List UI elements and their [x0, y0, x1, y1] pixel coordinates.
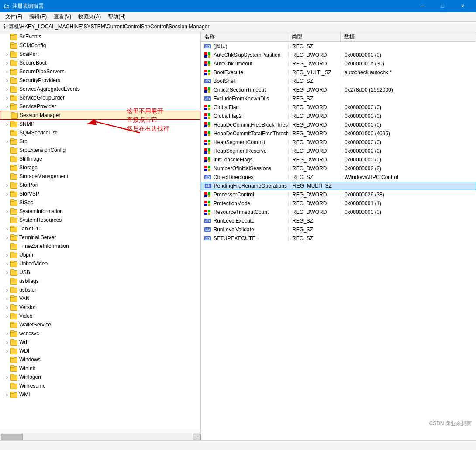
tree-item-scsiport[interactable]: ScsiPort	[0, 50, 200, 58]
value-row-default[interactable]: ab(默认)REG_SZ	[201, 42, 476, 51]
tree-item-serviceprovider[interactable]: ServiceProvider	[0, 102, 200, 111]
tree-item-stillimage[interactable]: StillImage	[0, 155, 200, 163]
value-row-autochkskip[interactable]: AutoChkSkipSystemPartitionREG_DWORD0x000…	[201, 51, 476, 59]
value-name-cell: ResourceTimeoutCount	[201, 209, 288, 215]
value-name-cell: GlobalFlag	[201, 104, 288, 110]
minimize-button[interactable]: —	[412, 0, 432, 12]
menu-edit[interactable]: 编辑(E)	[26, 12, 50, 21]
value-row-numberofinitial[interactable]: NumberOfInitialSessionsREG_DWORD0x000000…	[201, 164, 476, 173]
tree-label: ServiceAggregatedEvents	[19, 86, 80, 92]
value-row-initconsoleflags[interactable]: InitConsoleFlagsREG_DWORD0x00000000 (0)	[201, 155, 476, 164]
tree-item-sessionmanager[interactable]: Session Manager	[0, 111, 200, 120]
value-type-cell: REG_DWORD	[288, 139, 341, 145]
value-row-autochktimeout[interactable]: AutoChkTimeoutREG_DWORD0x0000001e (30)	[201, 59, 476, 68]
tree-item-winlogon[interactable]: Winlogon	[0, 373, 200, 381]
menu-help[interactable]: 帮助(H)	[104, 12, 129, 21]
tree-item-securepipeservers[interactable]: SecurePipeServers	[0, 67, 200, 76]
value-row-excludeknowndlls[interactable]: abExcludeFromKnownDllsREG_SZ	[201, 94, 476, 103]
dword-icon	[204, 140, 210, 145]
tree-item-van[interactable]: VAN	[0, 294, 200, 303]
app-icon: 🗂	[3, 3, 10, 10]
tree-label: SystemResources	[19, 217, 62, 223]
tree-item-wininit[interactable]: WinInit	[0, 364, 200, 373]
menu-file[interactable]: 文件(F)	[2, 12, 26, 21]
value-row-setupexecute[interactable]: abSETUPEXECUTEREG_SZ	[201, 234, 476, 243]
tree-item-tabletpc[interactable]: TabletPC	[0, 224, 200, 233]
tree-label: SecurePipeServers	[19, 69, 64, 75]
tree-item-wdi[interactable]: WDI	[0, 347, 200, 355]
value-row-heapsegmentreserve[interactable]: HeapSegmentReserveREG_DWORD0x00000000 (0…	[201, 147, 476, 155]
tree-item-securityproviders[interactable]: SecurityProviders	[0, 76, 200, 85]
tree-item-timezoneinformation[interactable]: TimeZoneInformation	[0, 242, 200, 251]
tree-item-video[interactable]: Video	[0, 312, 200, 320]
value-row-pendingfilerename[interactable]: abPendingFileRenameOperationsREG_MULTI_S…	[201, 182, 476, 190]
value-row-runlevelvalidate[interactable]: abRunLevelValidateREG_SZ	[201, 225, 476, 234]
values-scroll[interactable]: ab(默认)REG_SZAutoChkSkipSystemPartitionRE…	[201, 42, 476, 440]
tree-item-systeminformation[interactable]: SystemInformation	[0, 207, 200, 216]
value-row-bootexecute[interactable]: BootExecuteREG_MULTI_SZautocheck autochk…	[201, 68, 476, 77]
value-row-processorcontrol[interactable]: ProcessorControlREG_DWORD0x00000026 (38)	[201, 190, 476, 199]
expand-icon	[3, 182, 10, 189]
tree-item-scevents[interactable]: ScEvents	[0, 32, 200, 41]
tree-item-wmi[interactable]: WMI	[0, 390, 200, 399]
tree-item-ubpm[interactable]: Ubpm	[0, 251, 200, 259]
value-row-protectionmode[interactable]: ProtectionModeREG_DWORD0x00000001 (1)	[201, 199, 476, 208]
tree-item-sqmservicelist[interactable]: SQMServiceList	[0, 128, 200, 137]
maximize-button[interactable]: □	[432, 0, 452, 12]
tree-item-usbstor[interactable]: usbstor	[0, 285, 200, 294]
value-type-cell: REG_DWORD	[288, 165, 341, 172]
value-row-bootshell[interactable]: abBootShellREG_SZ	[201, 77, 476, 86]
value-row-heapsegmentcommit[interactable]: HeapSegmentCommitREG_DWORD0x00000000 (0)	[201, 138, 476, 147]
tree-label: Winresume	[19, 383, 46, 389]
tree-item-windows[interactable]: Windows	[0, 355, 200, 364]
tree-item-wdf[interactable]: Wdf	[0, 338, 200, 347]
value-row-globalflag[interactable]: GlobalFlagREG_DWORD0x00000000 (0)	[201, 103, 476, 112]
tree-item-secureboot[interactable]: SecureBoot	[0, 58, 200, 67]
value-row-criticalsectiontimeout[interactable]: CriticalSectionTimeoutREG_DWORD0x278d00 …	[201, 86, 476, 94]
tree-item-winresume[interactable]: Winresume	[0, 381, 200, 390]
tree-item-version[interactable]: Version	[0, 303, 200, 312]
expand-icon	[3, 313, 10, 319]
horizontal-scrollbar[interactable]: ›	[0, 433, 201, 440]
tree-item-serviceaggregatedevents[interactable]: ServiceAggregatedEvents	[0, 85, 200, 93]
value-row-heapdecommitfreeblockthreshold[interactable]: HeapDeCommitFreeBlockThresholdREG_DWORD0…	[201, 120, 476, 129]
menu-favorites[interactable]: 收藏夹(A)	[75, 12, 104, 21]
tree-item-scmconfig[interactable]: SCMConfig	[0, 41, 200, 50]
tree-item-usb[interactable]: USB	[0, 268, 200, 277]
tree-label: SecurityProviders	[19, 77, 60, 83]
folder-icon	[10, 348, 17, 354]
value-row-globalflag2[interactable]: GlobalFlag2REG_DWORD0x00000000 (0)	[201, 112, 476, 120]
value-type-cell: REG_DWORD	[288, 131, 341, 137]
tree-item-storage[interactable]: Storage	[0, 163, 200, 172]
tree-item-srp[interactable]: Srp	[0, 137, 200, 146]
value-row-runlevelexecute[interactable]: abRunLevelExecuteREG_SZ	[201, 216, 476, 225]
value-row-heapdecommittotalfreethreshold[interactable]: HeapDeCommitTotalFreeThresholdREG_DWORD0…	[201, 129, 476, 138]
expand-icon	[3, 59, 10, 66]
folder-icon	[10, 86, 17, 92]
value-row-objectdirectories[interactable]: abObjectDirectoriesREG_SZ\Windows\RPC Co…	[201, 173, 476, 182]
tree-label: SQMServiceList	[19, 130, 57, 136]
tree-item-stsec[interactable]: StSec	[0, 198, 200, 207]
menu-view[interactable]: 查看(V)	[50, 12, 75, 21]
folder-icon	[10, 278, 17, 284]
tree-item-wcncsvc[interactable]: wcncsvc	[0, 329, 200, 338]
tree-item-servicegrouporder[interactable]: ServiceGroupOrder	[0, 93, 200, 102]
tree-scroll[interactable]: ScEventsSCMConfigScsiPortSecureBootSecur…	[0, 32, 200, 440]
folder-icon	[10, 208, 17, 214]
tree-item-storagemanagement[interactable]: StorageManagement	[0, 172, 200, 181]
value-row-resourcetimeoutcount[interactable]: ResourceTimeoutCountREG_DWORD0x00000000 …	[201, 208, 476, 216]
close-button[interactable]: ✕	[452, 0, 473, 12]
tree-item-storvsp[interactable]: StorVSP	[0, 189, 200, 198]
tree-item-unitedvideo[interactable]: UnitedVideo	[0, 259, 200, 268]
tree-item-usbflags[interactable]: usbflags	[0, 277, 200, 285]
value-name-label: GlobalFlag	[214, 104, 239, 110]
tree-item-srpextensionconfig[interactable]: SrpExtensionConfig	[0, 146, 200, 155]
tree-item-walletservice[interactable]: WalletService	[0, 320, 200, 329]
expand-icon	[3, 77, 10, 84]
tree-item-systemresources[interactable]: SystemResources	[0, 216, 200, 224]
tree-item-snmp[interactable]: SNMP	[0, 120, 200, 128]
dword-icon	[204, 122, 210, 127]
tree-item-storport[interactable]: StorPort	[0, 181, 200, 189]
value-name-cell: NumberOfInitialSessions	[201, 165, 288, 172]
tree-item-terminalserver[interactable]: Terminal Server	[0, 233, 200, 242]
